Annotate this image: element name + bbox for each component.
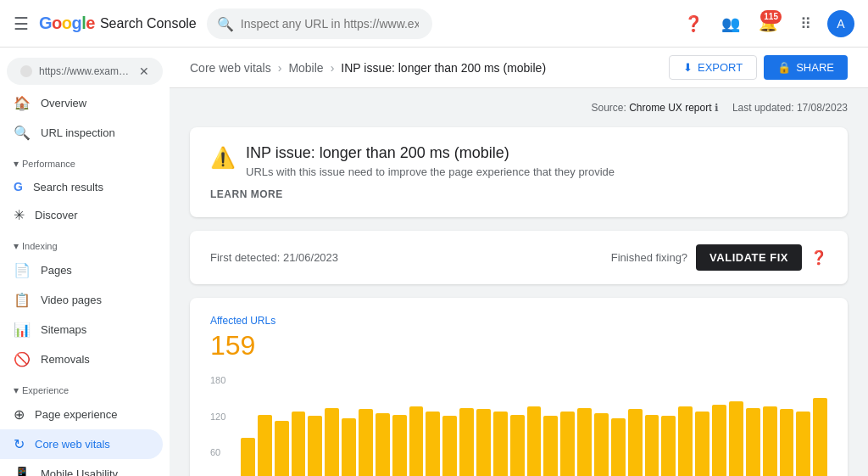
bar[interactable] — [493, 412, 508, 476]
search-input[interactable] — [207, 8, 432, 39]
sidebar-item-label: Overview — [41, 97, 86, 109]
sidebar-item-removals[interactable]: 🚫 Removals — [0, 344, 163, 374]
source-text: Source: Chrome UX report ℹ — [591, 102, 718, 114]
bar[interactable] — [645, 415, 659, 476]
y-label: 60 — [210, 447, 241, 457]
bar[interactable] — [359, 409, 373, 476]
bar[interactable] — [275, 421, 289, 476]
chevron-icon: ▾ — [14, 158, 19, 170]
bar[interactable] — [661, 416, 676, 476]
bar[interactable] — [426, 412, 440, 476]
core-web-vitals-icon: ↻ — [14, 436, 25, 452]
section-experience[interactable]: ▾ Experience — [0, 374, 170, 400]
bar[interactable] — [459, 408, 474, 476]
bar[interactable] — [729, 401, 743, 476]
bar[interactable] — [560, 412, 575, 476]
removals-icon: 🚫 — [14, 351, 31, 367]
sidebar-item-discover[interactable]: ✳ Discover — [0, 200, 163, 230]
source-name: Chrome UX report — [629, 102, 711, 114]
bar[interactable] — [258, 415, 272, 476]
bar[interactable] — [543, 416, 558, 476]
sidebar-item-search-results[interactable]: G Search results — [0, 173, 163, 200]
bar[interactable] — [392, 415, 407, 476]
bar[interactable] — [308, 416, 322, 476]
sidebar-item-page-experience[interactable]: ⊕ Page experience — [0, 400, 163, 429]
notification-badge: 115 — [760, 10, 782, 24]
breadcrumb: Core web vitals › Mobile › INP issue: lo… — [190, 61, 546, 75]
breadcrumb-sep-1: › — [278, 61, 282, 75]
avatar[interactable]: A — [827, 10, 854, 37]
bar[interactable] — [796, 412, 810, 476]
property-selector[interactable]: https://www.examp... ✕ — [7, 58, 163, 85]
bar[interactable] — [746, 408, 760, 476]
bar[interactable] — [292, 412, 306, 476]
sidebar-item-sitemaps[interactable]: 📊 Sitemaps — [0, 315, 163, 344]
learn-more-button[interactable]: LEARN MORE — [210, 188, 827, 200]
bar[interactable] — [409, 406, 424, 476]
users-button[interactable]: 👥 — [715, 8, 746, 39]
sidebar-item-label: Sitemaps — [41, 323, 86, 336]
bar[interactable] — [763, 406, 777, 476]
last-updated-date: 17/08/2023 — [797, 102, 848, 114]
bar[interactable] — [712, 405, 726, 476]
last-updated-text: Last updated: 17/08/2023 — [732, 102, 848, 114]
section-label: Indexing — [22, 241, 58, 251]
sidebar-item-overview[interactable]: 🏠 Overview — [0, 88, 163, 118]
bar[interactable] — [594, 413, 609, 476]
section-performance[interactable]: ▾ Performance — [0, 148, 170, 173]
bar[interactable] — [813, 398, 827, 476]
property-close-icon[interactable]: ✕ — [139, 64, 149, 78]
home-icon: 🏠 — [14, 95, 31, 111]
sidebar-item-pages[interactable]: 📄 Pages — [0, 255, 163, 285]
bar[interactable] — [442, 416, 457, 476]
bar[interactable] — [241, 438, 255, 476]
detected-text: First detected: 21/06/2023 — [210, 251, 338, 264]
app-body: https://www.examp... ✕ 🏠 Overview 🔍 URL … — [0, 48, 868, 476]
sidebar-item-mobile-usability[interactable]: 📱 Mobile Usability — [0, 459, 163, 476]
search-bar: 🔍 — [207, 8, 432, 39]
sidebar-item-url-inspection[interactable]: 🔍 URL inspection — [0, 118, 163, 148]
bar[interactable] — [780, 409, 794, 476]
bar[interactable] — [476, 409, 491, 476]
info-icon[interactable]: ℹ — [715, 102, 719, 114]
lock-icon: 🔒 — [777, 61, 791, 74]
bar[interactable] — [695, 412, 709, 476]
sidebar-item-label: Page experience — [35, 408, 118, 421]
sidebar-item-core-web-vitals[interactable]: ↻ Core web vitals — [0, 429, 163, 459]
bar[interactable] — [342, 418, 356, 476]
content-area: Source: Chrome UX report ℹ Last updated:… — [170, 88, 868, 476]
sidebar-item-video-pages[interactable]: 📋 Video pages — [0, 285, 163, 315]
breadcrumb-mobile[interactable]: Mobile — [288, 61, 323, 75]
share-button[interactable]: 🔒 SHARE — [764, 55, 848, 80]
bar[interactable] — [628, 409, 643, 476]
sidebar-item-label: Mobile Usability — [41, 468, 118, 476]
bar[interactable] — [577, 408, 592, 476]
bar[interactable] — [678, 406, 693, 476]
property-text: https://www.examp... — [39, 65, 132, 77]
bar[interactable] — [510, 415, 525, 476]
breadcrumb-actions: ⬇ EXPORT 🔒 SHARE — [669, 55, 848, 80]
section-indexing[interactable]: ▾ Indexing — [0, 230, 170, 255]
breadcrumb-core-web-vitals[interactable]: Core web vitals — [190, 61, 271, 75]
search-small-icon: 🔍 — [14, 125, 31, 141]
app-logo: Google Search Console — [39, 14, 197, 33]
notifications-button[interactable]: 🔔 115 — [753, 8, 783, 39]
bar[interactable] — [527, 406, 542, 476]
sidebar-item-label: Pages — [41, 264, 72, 277]
apps-button[interactable]: ⠿ — [790, 8, 821, 39]
bar[interactable] — [325, 408, 339, 476]
page-experience-icon: ⊕ — [14, 406, 25, 423]
chart-container: 180120600 — [210, 375, 827, 476]
detected-date: 21/06/2023 — [283, 251, 338, 264]
discover-icon: ✳ — [14, 207, 25, 223]
chart-card: Affected URLs 159 180120600 — [190, 298, 848, 476]
menu-icon[interactable]: ☰ — [14, 14, 29, 34]
validate-fix-button[interactable]: VALIDATE FIX — [696, 244, 802, 271]
breadcrumb-bar: Core web vitals › Mobile › INP issue: lo… — [170, 48, 868, 88]
validate-help-icon[interactable]: ❓ — [810, 249, 827, 266]
bar[interactable] — [611, 418, 626, 476]
export-button[interactable]: ⬇ EXPORT — [669, 55, 757, 80]
help-button[interactable]: ❓ — [678, 8, 709, 39]
sidebar: https://www.examp... ✕ 🏠 Overview 🔍 URL … — [0, 48, 170, 476]
bar[interactable] — [376, 413, 390, 476]
